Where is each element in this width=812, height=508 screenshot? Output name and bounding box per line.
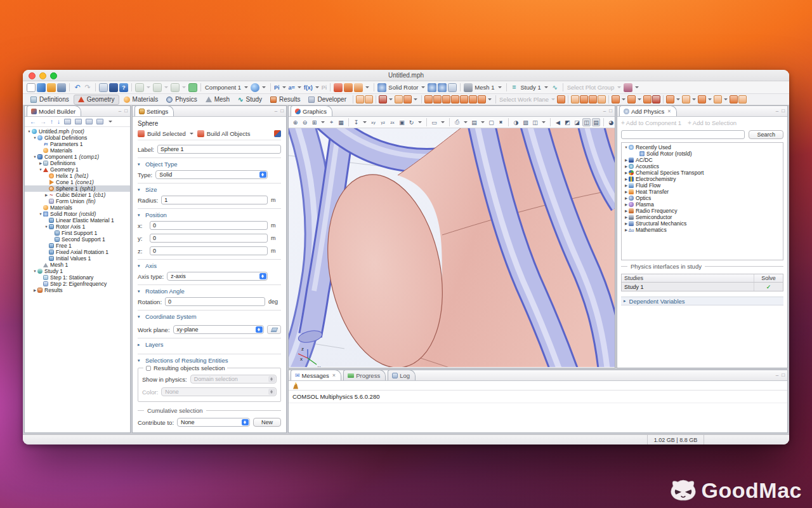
export-icon[interactable]	[738, 95, 747, 104]
physics-item-radio-frequency[interactable]: ▶Radio Frequency	[622, 208, 783, 214]
chevron-down-icon[interactable]	[441, 121, 445, 123]
environment-icon[interactable]	[573, 118, 581, 126]
work-plane-icon[interactable]	[557, 95, 565, 104]
show-work-plane-button[interactable]	[267, 325, 281, 334]
programmatic-icon[interactable]	[714, 95, 722, 104]
chevron-down-icon[interactable]	[488, 98, 492, 100]
zoom-out-icon[interactable]	[301, 118, 309, 126]
chevron-down-icon[interactable]	[321, 121, 325, 123]
view-xy-icon[interactable]	[369, 118, 377, 126]
tab-mesh[interactable]: Mesh	[202, 95, 233, 105]
help-icon[interactable]: ?	[119, 83, 128, 92]
helix-icon[interactable]	[469, 95, 477, 104]
model-tree-options-icon[interactable]	[96, 119, 103, 124]
messages-tab[interactable]: ✉Messages×	[291, 370, 341, 380]
chevron-down-icon[interactable]	[108, 121, 112, 123]
maximize-panel-icon[interactable]: □	[280, 107, 284, 115]
chevron-down-icon[interactable]	[190, 133, 193, 135]
minimize-panel-icon[interactable]: –	[603, 107, 606, 115]
build-selected-icon[interactable]	[138, 130, 145, 137]
variables-button[interactable]: a=	[289, 84, 295, 91]
y-input[interactable]: 0	[150, 234, 268, 243]
minimize-panel-icon[interactable]: –	[776, 371, 778, 379]
minimize-window-button[interactable]	[39, 72, 46, 79]
mesh-selector[interactable]: Mesh 1	[474, 84, 495, 91]
physics-item-fluid-flow[interactable]: ▶Fluid Flow	[622, 182, 783, 189]
physics-item-mathematics[interactable]: ▶Mathematics	[622, 227, 783, 233]
physics-settings-icon[interactable]	[438, 83, 447, 92]
sphere-icon[interactable]	[442, 95, 450, 104]
tree-item-materials-global[interactable]: Materials	[25, 147, 130, 154]
maximize-panel-icon[interactable]: □	[782, 371, 785, 379]
build-all-objects-icon[interactable]	[197, 130, 204, 137]
progress-tab[interactable]: Progress	[343, 370, 386, 380]
x-input[interactable]: 0	[150, 221, 268, 230]
log-tab[interactable]: Log	[388, 370, 416, 380]
transparency-icon[interactable]	[512, 118, 520, 126]
pan-icon[interactable]	[430, 118, 438, 126]
zoom-in-icon[interactable]	[291, 118, 299, 126]
plot-group-icon[interactable]	[624, 83, 632, 92]
maximize-panel-icon[interactable]: □	[124, 107, 128, 115]
tab-physics[interactable]: Physics	[162, 95, 200, 105]
close-icon[interactable]: ×	[667, 108, 671, 114]
wireframe-icon[interactable]	[521, 118, 530, 126]
chevron-down-icon[interactable]	[282, 86, 286, 88]
build-preview-icon[interactable]	[274, 130, 281, 137]
section-size-header[interactable]: ▾Size	[138, 185, 281, 196]
close-window-button[interactable]	[29, 72, 36, 79]
minimize-panel-icon[interactable]: –	[119, 107, 121, 115]
chevron-down-icon[interactable]	[418, 121, 422, 123]
physics-item-acdc[interactable]: ▶AC/DC	[622, 157, 783, 163]
cylinder-icon[interactable]	[451, 95, 459, 104]
contribute-to-select[interactable]: None	[177, 418, 250, 427]
minimize-panel-icon[interactable]: –	[275, 107, 277, 115]
tree-item-first-support-1[interactable]: First Support 1	[25, 230, 130, 236]
chevron-down-icon[interactable]	[421, 86, 425, 88]
measure-icon[interactable]	[666, 95, 674, 104]
cone-icon[interactable]	[433, 95, 442, 104]
view-icon[interactable]	[730, 95, 738, 104]
tree-item-global-definitions[interactable]: ▼Global Definitions	[25, 135, 130, 141]
livelink-icon[interactable]	[365, 95, 373, 104]
table-view-icon[interactable]	[592, 118, 600, 126]
view-mode-icon[interactable]	[531, 118, 539, 126]
physics-node-icon[interactable]	[377, 83, 386, 92]
scene-light-icon[interactable]	[563, 118, 572, 126]
section-coordinate-header[interactable]: ▾Coordinate System	[138, 312, 281, 323]
dependent-variables-section[interactable]: ▸Dependent Variables	[621, 297, 783, 305]
add-material-icon[interactable]	[334, 83, 343, 92]
section-rotation-header[interactable]: ▾Rotation Angle	[138, 287, 281, 297]
chevron-down-icon[interactable]	[544, 86, 548, 88]
open-icon[interactable]	[47, 83, 56, 92]
mesh-grid-icon[interactable]	[464, 83, 473, 92]
study-wave-icon[interactable]: ∿	[551, 83, 560, 92]
print-icon[interactable]	[453, 118, 461, 126]
chevron-down-icon[interactable]	[262, 86, 266, 88]
plot-settings-icon[interactable]	[582, 118, 591, 126]
tree-item-study-1[interactable]: ▼Study 1	[25, 268, 130, 274]
save-icon[interactable]	[57, 83, 66, 92]
resulting-objects-checkbox[interactable]	[146, 366, 151, 371]
label-input[interactable]: Sphere 1	[157, 145, 281, 154]
more-primitives-icon[interactable]	[478, 95, 486, 104]
tree-item-component-1[interactable]: ▼Component 1(comp1)	[25, 154, 130, 160]
chevron-down-icon[interactable]	[464, 121, 468, 123]
tree-item-initial-values-1[interactable]: Initial Values 1	[25, 255, 130, 262]
parameters-button[interactable]: Pi	[274, 84, 280, 91]
chevron-down-icon[interactable]	[414, 98, 417, 100]
physics-selector[interactable]: Solid Rotor	[388, 84, 419, 91]
tree-item-fixed-axial-rotation-1[interactable]: Fixed Axial Rotation 1	[25, 249, 130, 255]
axis-type-select[interactable]: z-axis	[167, 272, 268, 281]
physics-item-recently-used[interactable]: ▼Recently Used	[622, 144, 783, 150]
build-selected-button[interactable]: Build Selected	[147, 130, 186, 137]
study-row[interactable]: Study 1✓	[622, 283, 783, 291]
graphics-viewport[interactable]: z x y	[289, 128, 615, 368]
tree-item-geometry-1[interactable]: ▼Geometry 1	[25, 166, 130, 173]
chevron-down-icon[interactable]	[635, 86, 639, 88]
go-to-default-view-icon[interactable]	[327, 118, 336, 126]
physics-item-plasma[interactable]: ▶Plasma	[622, 201, 783, 208]
chevron-down-icon[interactable]	[389, 98, 393, 100]
chevron-down-icon[interactable]	[692, 98, 696, 100]
expand-all-icon[interactable]	[75, 119, 82, 124]
